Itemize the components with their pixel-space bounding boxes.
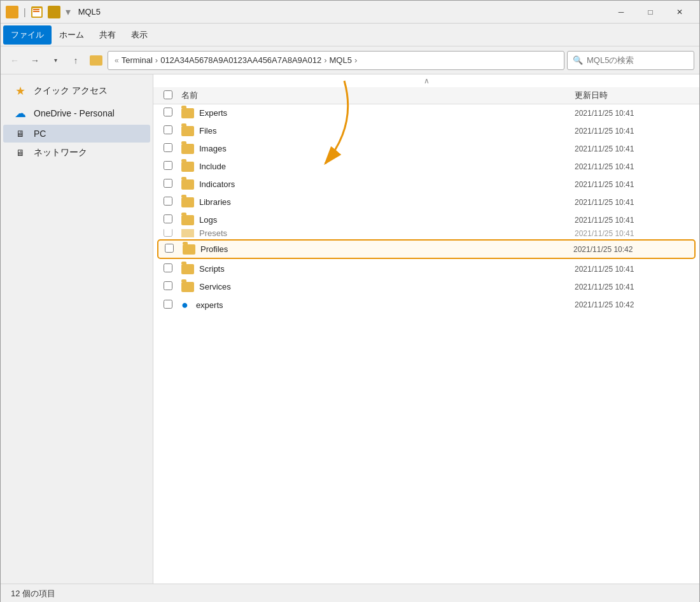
row-date: 2021/11/25 10:41: [575, 198, 689, 207]
row-checkbox[interactable]: [164, 161, 172, 170]
scroll-up-indicator[interactable]: ∧: [153, 74, 699, 87]
file-row-experts-file[interactable]: ● experts 2021/11/25 10:42: [153, 296, 699, 314]
search-input[interactable]: [587, 55, 689, 65]
file-row[interactable]: Logs 2021/11/25 10:41: [153, 211, 699, 229]
menu-view[interactable]: 表示: [123, 25, 155, 45]
sidebar-label-pc: PC: [34, 129, 46, 139]
sidebar-item-quickaccess[interactable]: ★ クイック アクセス: [3, 80, 150, 102]
window-controls[interactable]: ─ □ ✕: [606, 2, 694, 22]
row-date: 2021/11/25 10:41: [575, 283, 689, 291]
close-button[interactable]: ✕: [665, 2, 694, 22]
dropdown-button[interactable]: ▾: [46, 52, 64, 69]
file-row-partial[interactable]: Presets 2021/11/25 10:41: [153, 229, 699, 238]
row-check[interactable]: [164, 108, 181, 118]
title-separator-2: ▾: [66, 6, 71, 18]
row-checkbox[interactable]: [164, 108, 172, 116]
row-date: 2021/11/25 10:41: [575, 127, 689, 136]
folder-icon: [181, 215, 194, 225]
back-button[interactable]: ←: [6, 52, 24, 69]
row-checkbox[interactable]: [164, 125, 172, 134]
row-date: 2021/11/25 10:41: [575, 162, 689, 171]
file-row[interactable]: Scripts 2021/11/25 10:41: [153, 260, 699, 278]
row-checkbox[interactable]: [164, 300, 172, 309]
select-all-checkbox[interactable]: [164, 90, 172, 99]
main-layout: ★ クイック アクセス ☁ OneDrive - Personal 🖥 PC 🖥…: [1, 74, 699, 584]
folder-icon: [181, 282, 194, 292]
address-input[interactable]: « Terminal › 012A34A5678A9A0123AA456A7A8…: [108, 51, 564, 70]
menu-file[interactable]: ファイル: [3, 25, 52, 45]
sidebar: ★ クイック アクセス ☁ OneDrive - Personal 🖥 PC 🖥…: [1, 74, 153, 584]
menu-share[interactable]: 共有: [92, 25, 123, 45]
row-date: 2021/11/25 10:42: [575, 300, 689, 309]
sidebar-item-network[interactable]: 🖥 ネットワーク: [3, 143, 150, 162]
search-box[interactable]: 🔍: [567, 51, 694, 70]
folder-icon: [181, 229, 194, 238]
quickaccess-icon: ★: [13, 84, 27, 98]
folder-icon: [181, 144, 194, 154]
row-name: Experts: [181, 108, 575, 118]
row-date: 2021/11/25 10:41: [575, 265, 689, 274]
file-row[interactable]: Libraries 2021/11/25 10:41: [153, 193, 699, 211]
folder-icon: [181, 126, 194, 136]
up-button[interactable]: ↑: [67, 52, 85, 69]
row-checkbox[interactable]: [164, 263, 172, 272]
file-name: Logs: [199, 215, 217, 225]
title-icon-2: [31, 6, 43, 18]
row-name: Libraries: [181, 197, 575, 207]
row-name: Scripts: [181, 264, 575, 274]
menu-bar: ファイル ホーム 共有 表示: [1, 24, 699, 46]
title-bar: | ▾ MQL5 ─ □ ✕: [1, 1, 699, 24]
file-row-profiles[interactable]: Profiles 2021/11/25 10:42: [157, 239, 696, 259]
path-part-terminal: Terminal: [122, 55, 153, 65]
forward-button[interactable]: →: [26, 52, 44, 69]
header-check[interactable]: [164, 90, 181, 101]
file-list-header: 名前 更新日時: [153, 87, 699, 104]
file-row[interactable]: Images 2021/11/25 10:41: [153, 140, 699, 158]
row-checkbox[interactable]: [165, 244, 174, 253]
address-bar: ← → ▾ ↑ « Terminal › 012A34A5678A9A0123A…: [1, 46, 699, 74]
file-name: Experts: [199, 108, 227, 118]
row-checkbox[interactable]: [164, 143, 172, 152]
file-name: Include: [199, 162, 226, 171]
row-name: Presets: [181, 229, 575, 238]
row-date: 2021/11/25 10:42: [573, 245, 688, 254]
sidebar-item-onedrive[interactable]: ☁ OneDrive - Personal: [3, 102, 150, 124]
row-checkbox[interactable]: [164, 214, 172, 223]
row-checkbox[interactable]: [164, 179, 172, 188]
file-row[interactable]: Files 2021/11/25 10:41: [153, 122, 699, 140]
file-row[interactable]: Indicators 2021/11/25 10:41: [153, 176, 699, 193]
folder-icon: [183, 244, 195, 255]
file-name: Indicators: [199, 179, 235, 189]
blue-dot-icon: ●: [181, 299, 188, 311]
row-checkbox[interactable]: [164, 197, 172, 206]
sidebar-label-network: ネットワーク: [34, 147, 87, 158]
minimize-button[interactable]: ─: [606, 2, 636, 22]
file-name: Files: [199, 126, 216, 136]
title-icon-1: [6, 6, 18, 18]
title-icon-3: [48, 6, 60, 18]
file-name: Presets: [199, 229, 227, 238]
file-row[interactable]: Services 2021/11/25 10:41: [153, 278, 699, 296]
folder-icon: [181, 162, 194, 172]
row-checkbox[interactable]: [164, 229, 172, 237]
folder-icon: [181, 179, 194, 190]
row-name: Files: [181, 126, 575, 136]
sidebar-item-pc[interactable]: 🖥 PC: [3, 125, 150, 143]
file-row[interactable]: Experts 2021/11/25 10:41: [153, 104, 699, 122]
onedrive-icon: ☁: [13, 106, 27, 120]
file-name: Profiles: [200, 244, 228, 254]
row-name: Include: [181, 162, 575, 172]
row-date: 2021/11/25 10:41: [575, 229, 689, 238]
pc-icon: 🖥: [13, 129, 27, 139]
menu-home[interactable]: ホーム: [52, 25, 92, 45]
header-name: 名前: [181, 90, 575, 101]
row-name: Logs: [181, 215, 575, 225]
item-count: 12 個の項目: [11, 588, 55, 599]
header-date: 更新日時: [575, 90, 689, 101]
file-list: Experts 2021/11/25 10:41 Files 2021/11/2…: [153, 104, 699, 584]
maximize-button[interactable]: □: [636, 2, 665, 22]
file-name: Scripts: [199, 264, 225, 274]
address-folder-icon: [90, 55, 102, 66]
file-row[interactable]: Include 2021/11/25 10:41: [153, 158, 699, 176]
row-checkbox[interactable]: [164, 281, 172, 290]
